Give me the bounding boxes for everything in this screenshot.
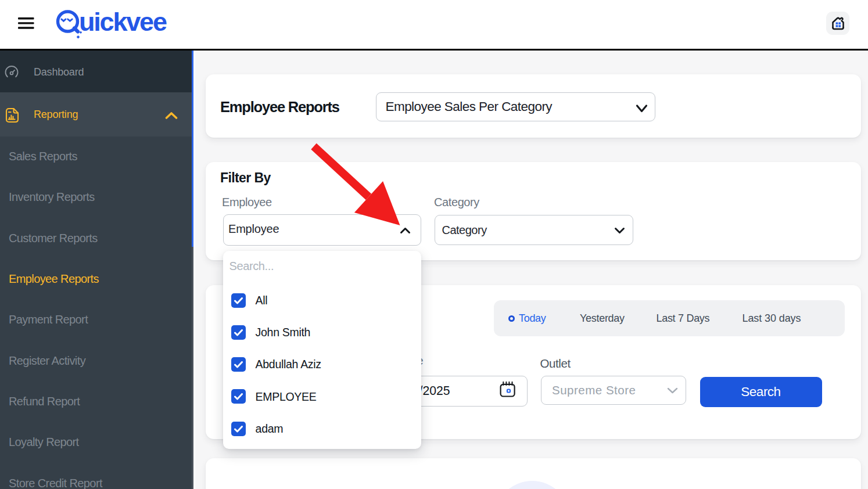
svg-text:uickvee: uickvee: [79, 7, 167, 37]
